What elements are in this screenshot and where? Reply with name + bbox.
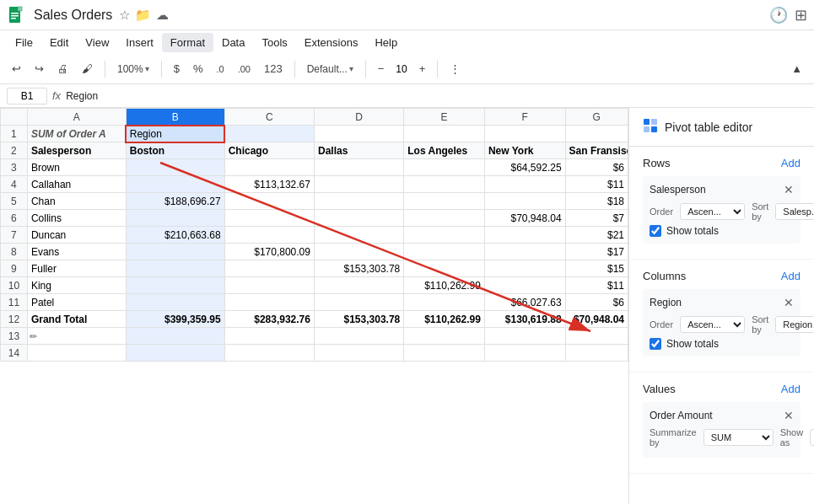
font-dropdown[interactable]: Default... ▾: [302, 62, 358, 77]
cell-F13[interactable]: [484, 328, 565, 345]
cell-A11[interactable]: Patel: [27, 294, 126, 311]
row-header-7[interactable]: 7: [1, 227, 28, 244]
cell-E4[interactable]: [404, 176, 485, 193]
menu-help[interactable]: Help: [366, 33, 406, 52]
col-header-B[interactable]: B: [126, 109, 224, 126]
pivot-values-summarize-select[interactable]: SUM COUNT AVERAGE: [703, 429, 774, 446]
grid-icon[interactable]: ⊞: [795, 6, 807, 24]
cell-D3[interactable]: [314, 159, 403, 176]
cell-C7[interactable]: [224, 227, 314, 244]
cell-B2[interactable]: Boston: [126, 142, 224, 159]
cell-D8[interactable]: [314, 244, 403, 260]
cell-A7[interactable]: Duncan: [27, 227, 126, 244]
cell-E8[interactable]: [404, 244, 485, 260]
history-icon[interactable]: 🕐: [769, 6, 788, 24]
cell-G10[interactable]: $11: [565, 277, 628, 294]
format-123-button[interactable]: 123: [259, 60, 288, 78]
pivot-columns-close-button[interactable]: ✕: [784, 296, 794, 309]
cell-A1[interactable]: SUM of Order A: [27, 126, 126, 142]
cell-F9[interactable]: [484, 260, 565, 277]
cell-G9[interactable]: $15: [565, 260, 628, 277]
cell-G12[interactable]: $70,948.04: [565, 311, 628, 328]
pivot-values-close-button[interactable]: ✕: [784, 409, 794, 422]
cell-D1[interactable]: [314, 126, 403, 142]
col-header-E[interactable]: E: [404, 109, 485, 126]
cell-G3[interactable]: $6: [565, 159, 628, 176]
cell-B11[interactable]: [126, 294, 224, 311]
currency-button[interactable]: $: [169, 60, 185, 78]
cell-C8[interactable]: $170,800.09: [224, 244, 314, 260]
cell-G8[interactable]: $17: [565, 244, 628, 260]
cell-C12[interactable]: $283,932.76: [224, 311, 314, 328]
cell-A2[interactable]: Salesperson: [27, 142, 126, 159]
row-header-14[interactable]: 14: [1, 345, 28, 362]
doc-title[interactable]: Sales Orders: [34, 8, 112, 23]
cell-F7[interactable]: [484, 227, 565, 244]
collapse-toolbar-button[interactable]: ▲: [786, 60, 807, 78]
paint-format-button[interactable]: 🖌: [77, 60, 98, 78]
star-icon[interactable]: ☆: [119, 8, 130, 23]
cell-B8[interactable]: [126, 244, 224, 260]
row-header-12[interactable]: 12: [1, 311, 28, 328]
cell-A4[interactable]: Callahan: [27, 176, 126, 193]
cell-D12[interactable]: $153,303.78: [314, 311, 403, 328]
cell-D2[interactable]: Dallas: [314, 142, 403, 159]
menu-file[interactable]: File: [7, 33, 41, 52]
cell-F2[interactable]: New York: [484, 142, 565, 159]
row-header-8[interactable]: 8: [1, 244, 28, 260]
col-header-D[interactable]: D: [314, 109, 403, 126]
cell-reference-input[interactable]: [7, 88, 47, 105]
cell-E10[interactable]: $110,262.99: [404, 277, 485, 294]
cell-B5[interactable]: $188,696.27: [126, 193, 224, 210]
cell-G4[interactable]: $11: [565, 176, 628, 193]
cell-C6[interactable]: [224, 210, 314, 227]
cell-F10[interactable]: [484, 277, 565, 294]
cell-G2[interactable]: San Fransisco: [565, 142, 628, 159]
cell-B6[interactable]: [126, 210, 224, 227]
print-button[interactable]: 🖨: [52, 60, 73, 78]
pivot-rows-order-select[interactable]: Ascen... Descen...: [680, 203, 745, 220]
cell-F1[interactable]: [484, 126, 565, 142]
cell-B1[interactable]: Region: [126, 126, 224, 142]
cell-C2[interactable]: Chicago: [224, 142, 314, 159]
row-header-2[interactable]: 2: [1, 142, 28, 159]
cell-A5[interactable]: Chan: [27, 193, 126, 210]
cell-F3[interactable]: $64,592.25: [484, 159, 565, 176]
cell-F12[interactable]: $130,619.88: [484, 311, 565, 328]
menu-edit[interactable]: Edit: [41, 33, 77, 52]
row-header-13[interactable]: 13: [1, 328, 28, 345]
cell-E3[interactable]: [404, 159, 485, 176]
cell-B7[interactable]: $210,663.68: [126, 227, 224, 244]
cell-B12[interactable]: $399,359.95: [126, 311, 224, 328]
decimal-dec-button[interactable]: .0: [212, 62, 229, 77]
col-header-F[interactable]: F: [484, 109, 565, 126]
pivot-rows-add-button[interactable]: Add: [781, 157, 801, 169]
pivot-rows-showtotals-checkbox[interactable]: [650, 225, 661, 237]
cell-A3[interactable]: Brown: [27, 159, 126, 176]
row-header-1[interactable]: 1: [1, 126, 28, 142]
cell-D10[interactable]: [314, 277, 403, 294]
cell-B13[interactable]: [126, 328, 224, 345]
cell-G6[interactable]: $7: [565, 210, 628, 227]
cloud-icon[interactable]: ☁: [156, 8, 169, 23]
cell-C13[interactable]: [224, 328, 314, 345]
cell-B3[interactable]: [126, 159, 224, 176]
font-size-inc-button[interactable]: +: [414, 60, 431, 78]
menu-tools[interactable]: Tools: [253, 33, 295, 52]
col-header-C[interactable]: C: [224, 109, 314, 126]
cell-E9[interactable]: [404, 260, 485, 277]
cell-B14[interactable]: [126, 345, 224, 362]
cell-C3[interactable]: [224, 159, 314, 176]
zoom-dropdown[interactable]: 100% ▾: [112, 62, 154, 77]
cell-D11[interactable]: [314, 294, 403, 311]
cell-G11[interactable]: $6: [565, 294, 628, 311]
pivot-rows-close-button[interactable]: ✕: [784, 183, 794, 196]
cell-F8[interactable]: [484, 244, 565, 260]
cell-C5[interactable]: [224, 193, 314, 210]
row-header-3[interactable]: 3: [1, 159, 28, 176]
menu-format[interactable]: Format: [162, 33, 213, 52]
cell-A14[interactable]: [27, 345, 126, 362]
row-header-5[interactable]: 5: [1, 193, 28, 210]
cell-A9[interactable]: Fuller: [27, 260, 126, 277]
cell-A10[interactable]: King: [27, 277, 126, 294]
